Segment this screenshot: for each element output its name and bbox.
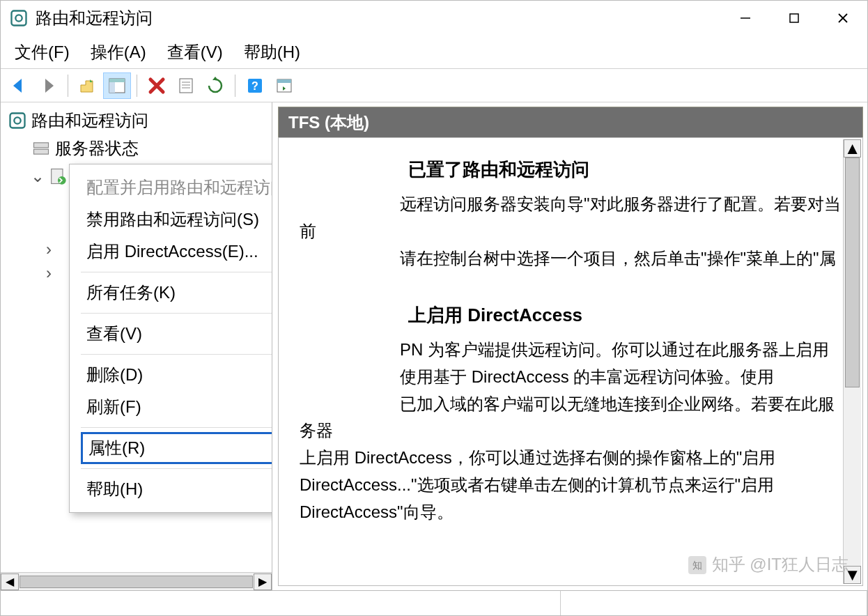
cm-properties-label: 属性(R)	[88, 437, 145, 459]
content-body: XXXXXXXXX已置了路由和远程访问 XXXXXXXXX远程访问服务器安装向导…	[278, 137, 863, 586]
cm-delete[interactable]: 删除(D)	[70, 359, 272, 391]
svg-point-1	[15, 15, 22, 21]
tree-server-status-label: 服务器状态	[55, 137, 139, 160]
server-status-icon	[31, 139, 51, 158]
cm-disable-label: 禁用路由和远程访问(S)	[86, 208, 259, 231]
cm-disable[interactable]: 禁用路由和远程访问(S)	[70, 203, 272, 236]
svg-rect-19	[34, 143, 49, 148]
cm-enable-directaccess[interactable]: 启用 DirectAccess(E)...	[70, 236, 272, 268]
routing-icon	[8, 111, 27, 130]
maximize-button[interactable]	[770, 1, 819, 36]
content-header-title: TFS (本地)	[288, 111, 369, 134]
toolbar-separator	[137, 75, 137, 97]
status-cell	[561, 591, 867, 615]
cm-configure-label: 配置并启用路由和远程访问(C)	[86, 176, 272, 199]
minimize-button[interactable]	[721, 1, 770, 36]
scroll-track[interactable]	[844, 157, 861, 566]
cm-all-tasks[interactable]: 所有任务(K)▶	[70, 277, 272, 309]
titlebar: 路由和远程访问	[1, 1, 867, 36]
menu-action[interactable]: 操作(A)	[91, 41, 146, 63]
cm-properties[interactable]: 属性(R)	[81, 432, 272, 464]
cm-view[interactable]: 查看(V)▶	[70, 318, 272, 350]
svg-rect-16	[277, 79, 291, 83]
content-para2: XXXXXXXXXPN 为客户端提供远程访问。你可以通过在此服务器上启用 XXX…	[300, 337, 842, 526]
cm-separator	[81, 354, 272, 355]
content-pane: TFS (本地) XXXXXXXXX已置了路由和远程访问 XXXXXXXXX远程…	[272, 102, 867, 590]
toolbar-separator	[235, 75, 235, 97]
up-button[interactable]	[74, 72, 102, 99]
statusbar	[1, 590, 867, 615]
scroll-down-icon[interactable]: ▼	[844, 566, 861, 584]
svg-text:知: 知	[692, 560, 702, 571]
cm-delete-label: 删除(D)	[86, 364, 143, 386]
cm-view-label: 查看(V)	[86, 323, 142, 345]
tree-root-label: 路由和远程访问	[31, 109, 148, 132]
svg-rect-0	[12, 11, 26, 26]
app-icon	[9, 8, 29, 28]
scroll-thumb[interactable]	[20, 576, 253, 588]
content-heading2: XXXXXXXXX上启用 DirectAccess	[300, 300, 842, 330]
tree-pane: 路由和远程访问 服务器状态 ⌄ › ›	[1, 102, 272, 590]
menu-help[interactable]: 帮助(H)	[244, 41, 300, 63]
console-button[interactable]	[270, 72, 298, 99]
main-area: 路由和远程访问 服务器状态 ⌄ › ›	[1, 102, 867, 590]
show-hide-tree-button[interactable]	[103, 72, 131, 99]
context-menu: 配置并启用路由和远程访问(C) 禁用路由和远程访问(S) 启用 DirectAc…	[69, 164, 272, 513]
svg-rect-8	[109, 82, 115, 93]
cm-configure: 配置并启用路由和远程访问(C)	[70, 171, 272, 203]
app-window: 路由和远程访问 文件(F) 操作(A) 查看(V) 帮助(H) ?	[0, 0, 868, 616]
delete-button[interactable]	[143, 72, 171, 99]
svg-point-18	[14, 117, 20, 123]
toolbar-separator	[68, 75, 68, 97]
cm-refresh[interactable]: 刷新(F)	[70, 391, 272, 423]
window-title: 路由和远程访问	[36, 7, 153, 29]
status-cell	[1, 591, 561, 615]
tree-hscrollbar[interactable]: ◀ ▶	[1, 572, 272, 590]
properties-button[interactable]	[172, 72, 200, 99]
svg-text:?: ?	[251, 80, 258, 92]
svg-rect-9	[180, 79, 192, 93]
cm-help-label: 帮助(H)	[86, 478, 143, 500]
cm-separator	[81, 313, 272, 314]
content-para1: XXXXXXXXX远程访问服务器安装向导"对此服务器进行了配置。若要对当前 XX…	[300, 191, 842, 272]
toolbar: ?	[1, 69, 867, 102]
tree-server-status[interactable]: 服务器状态	[1, 134, 272, 162]
cm-all-tasks-label: 所有任务(K)	[86, 282, 176, 304]
content-heading1: XXXXXXXXX已置了路由和远程访问	[300, 155, 842, 184]
scroll-up-icon[interactable]: ▲	[844, 139, 861, 157]
close-button[interactable]	[819, 1, 867, 36]
svg-rect-20	[34, 149, 49, 154]
scroll-right-icon[interactable]: ▶	[254, 573, 272, 590]
svg-rect-24	[688, 556, 706, 574]
server-icon	[48, 167, 68, 186]
forward-button[interactable]	[34, 72, 62, 99]
chevron-right-icon[interactable]: ›	[42, 240, 55, 259]
cm-separator	[81, 272, 272, 272]
back-button[interactable]	[5, 72, 33, 99]
tree-root[interactable]: 路由和远程访问	[1, 107, 272, 134]
help-button[interactable]: ?	[241, 72, 269, 99]
chevron-down-icon[interactable]: ⌄	[31, 167, 44, 186]
chevron-right-icon[interactable]: ›	[42, 263, 55, 283]
content-header: TFS (本地)	[278, 107, 863, 137]
svg-rect-17	[10, 114, 25, 128]
menu-file[interactable]: 文件(F)	[15, 41, 70, 63]
scroll-thumb[interactable]	[845, 157, 860, 387]
cm-refresh-label: 刷新(F)	[86, 396, 141, 418]
watermark-text: 知乎 @IT狂人日志	[712, 551, 848, 578]
svg-rect-3	[790, 14, 798, 22]
zhihu-icon: 知	[688, 556, 706, 574]
menubar: 文件(F) 操作(A) 查看(V) 帮助(H)	[1, 36, 867, 69]
refresh-button[interactable]	[201, 72, 229, 99]
cm-help[interactable]: 帮助(H)	[70, 473, 272, 505]
cm-separator	[81, 427, 272, 428]
content-vscrollbar[interactable]: ▲ ▼	[843, 139, 861, 584]
cm-separator	[81, 468, 272, 469]
watermark: 知 知乎 @IT狂人日志	[688, 551, 848, 578]
tree-content: 路由和远程访问 服务器状态 ⌄ › ›	[1, 102, 272, 572]
scroll-left-icon[interactable]: ◀	[1, 573, 19, 590]
menu-view[interactable]: 查看(V)	[167, 41, 223, 63]
cm-enable-da-label: 启用 DirectAccess(E)...	[86, 240, 258, 263]
svg-rect-7	[109, 79, 125, 82]
